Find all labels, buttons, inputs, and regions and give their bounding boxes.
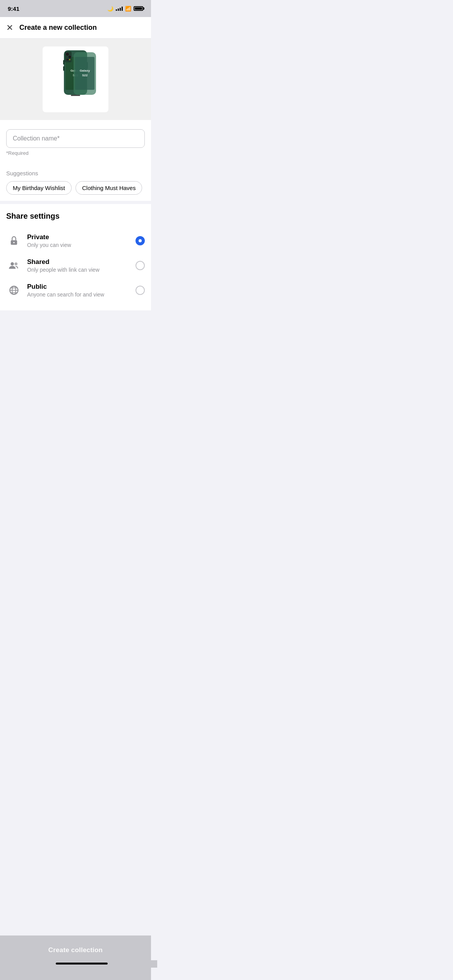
- private-option-info: Private Only you can view: [27, 233, 136, 248]
- header: ✕ Create a new collection: [0, 17, 151, 39]
- close-button[interactable]: ✕: [3, 21, 16, 35]
- public-option-name: Public: [27, 283, 136, 291]
- suggestion-chip-birthday[interactable]: My Birthday Wishlist: [6, 181, 72, 195]
- svg-text:S22: S22: [82, 74, 88, 77]
- public-option-info: Public Anyone can search for and view: [27, 283, 136, 298]
- form-area: *Required: [0, 120, 151, 162]
- svg-rect-15: [63, 60, 65, 65]
- shared-icon: [6, 258, 22, 273]
- public-option-desc: Anyone can search for and view: [27, 291, 136, 298]
- wifi-icon: 📶: [125, 6, 131, 12]
- svg-point-23: [10, 262, 14, 266]
- svg-point-12: [69, 59, 70, 60]
- shared-option-info: Shared Only people with link can view: [27, 258, 136, 273]
- shared-option-name: Shared: [27, 258, 136, 266]
- share-option-shared[interactable]: Shared Only people with link can view: [6, 253, 145, 278]
- share-settings-title: Share settings: [6, 212, 145, 221]
- shared-radio[interactable]: [136, 261, 145, 270]
- svg-rect-16: [63, 66, 65, 71]
- svg-point-9: [69, 57, 70, 58]
- private-radio[interactable]: [136, 236, 145, 245]
- status-time: 9:41: [8, 5, 19, 12]
- status-icons: 🌙 📶: [107, 6, 143, 12]
- svg-point-22: [13, 242, 15, 243]
- signal-icon: [116, 6, 123, 11]
- moon-icon: 🌙: [107, 6, 113, 12]
- suggestions-list: My Birthday Wishlist Clothing Must Haves…: [6, 181, 145, 201]
- page-title: Create a new collection: [19, 24, 97, 32]
- share-settings: Share settings Private Only you can view: [0, 204, 151, 310]
- bottom-spacer: [0, 310, 151, 341]
- product-image-container: Galaxy S22 Galaxy S22: [43, 46, 108, 112]
- svg-point-7: [67, 53, 68, 55]
- required-label: *Required: [6, 150, 145, 156]
- share-option-public[interactable]: Public Anyone can search for and view: [6, 278, 145, 303]
- product-image-area: Galaxy S22 Galaxy S22: [0, 39, 151, 120]
- suggestions-section: Suggestions My Birthday Wishlist Clothin…: [0, 162, 151, 201]
- lock-icon: [6, 233, 22, 248]
- product-image: Galaxy S22 Galaxy S22: [52, 48, 99, 110]
- public-radio[interactable]: [136, 286, 145, 295]
- collection-name-input[interactable]: [6, 129, 145, 148]
- private-option-desc: Only you can view: [27, 242, 136, 248]
- battery-icon: [134, 6, 143, 11]
- suggestion-chip-clothing[interactable]: Clothing Must Haves: [76, 181, 142, 195]
- svg-point-11: [67, 59, 68, 60]
- svg-point-24: [15, 262, 18, 266]
- private-option-name: Private: [27, 233, 136, 241]
- share-option-private[interactable]: Private Only you can view: [6, 228, 145, 253]
- suggestions-label: Suggestions: [6, 170, 145, 176]
- svg-rect-13: [71, 95, 80, 96]
- shared-option-desc: Only people with link can view: [27, 267, 136, 273]
- svg-text:Galaxy: Galaxy: [80, 69, 90, 72]
- globe-icon: [6, 283, 22, 298]
- status-bar: 9:41 🌙 📶: [0, 0, 151, 17]
